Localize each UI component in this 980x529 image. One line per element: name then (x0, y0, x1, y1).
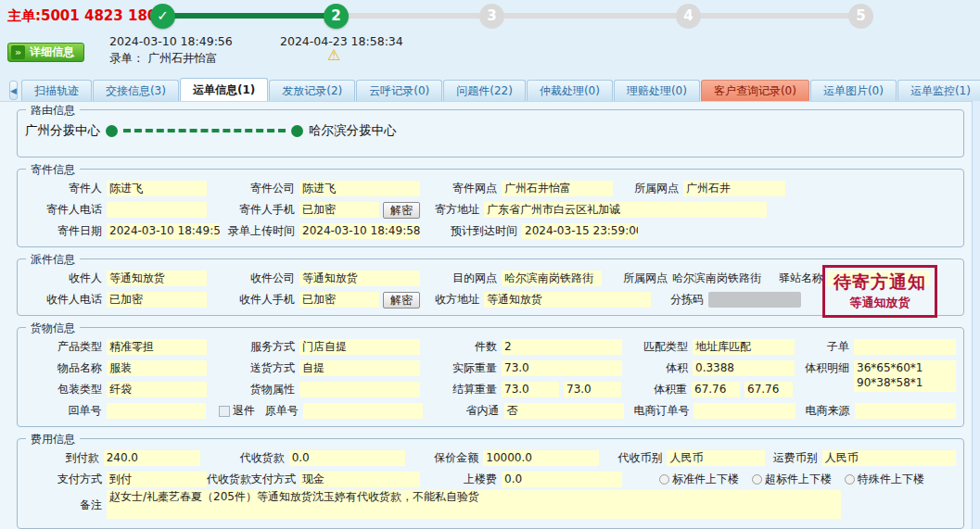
ec-source-field[interactable] (855, 403, 956, 419)
step4-circle: 4 (676, 4, 701, 29)
sender-address-label: 寄方地址 (420, 202, 484, 218)
tab-customer-query-record[interactable]: 客户查询记录(0) (701, 80, 809, 101)
collect-currency-label: 代收币别 (599, 450, 667, 466)
tab-handover-info[interactable]: 交接信息(3) (93, 80, 179, 101)
receipt-no-field[interactable] (107, 403, 206, 419)
tab-claims[interactable]: 理赔处理(0) (614, 80, 700, 101)
tab-waybill-info[interactable]: 运单信息(1) (180, 78, 268, 101)
volume-detail-label: 体积明细 (795, 360, 854, 376)
ec-source-label: 电商来源 (795, 403, 855, 419)
receiver-mobile-field[interactable]: 已加密 (299, 292, 379, 308)
collect-pay-method-field[interactable]: 现金 (299, 472, 420, 487)
remark-field[interactable]: 赵女士/礼橐艺春夏（205件）等通知放货沈玉婷有代收货款，不能私自验货 (107, 490, 841, 519)
warning-icon[interactable]: ⚠ (327, 46, 340, 64)
section-sender-info: 寄件信息 寄件人 陈进飞 寄件公司 陈进飞 寄件网点 广州石井怡富 所属网点 广… (17, 169, 964, 247)
collect-field[interactable]: 0.0 (289, 450, 405, 466)
stamp-line1: 待寄方通知 (834, 271, 926, 295)
tabs-scroll-left-icon[interactable]: ◀ (9, 81, 18, 100)
pay-method-field[interactable]: 到付 (107, 472, 207, 487)
insured-field[interactable]: 10000.0 (483, 450, 599, 466)
original-no-field[interactable] (303, 403, 423, 419)
sub-order-label: 子单 (795, 339, 854, 355)
tab-waybill-images[interactable]: 运单图片(0) (810, 80, 897, 101)
sender-branch-label: 寄件网点 (420, 181, 502, 196)
province-pass-field[interactable]: 否 (504, 403, 624, 419)
collect-label: 代收货款 (200, 450, 289, 466)
tab-cloud-call-record[interactable]: 云呼记录(0) (356, 80, 442, 101)
tab-scan-track[interactable]: 扫描轨迹 (21, 80, 92, 101)
detail-info-button[interactable]: » 详细信息 (7, 43, 84, 62)
stepper-progress (162, 13, 336, 19)
receiver-phone-field[interactable]: 已加密 (107, 292, 207, 308)
goods-attr-field[interactable] (299, 382, 420, 397)
sender-phone-field[interactable] (107, 202, 207, 218)
delivery-mode-field[interactable]: 自提 (299, 360, 420, 376)
ec-order-field[interactable] (694, 403, 795, 419)
sort-code-redacted-field[interactable] (708, 292, 801, 308)
step3-circle: 3 (479, 4, 504, 29)
settle-weight-field-1[interactable]: 73.0 (502, 382, 559, 397)
sender-address-field[interactable]: 广东省广州市白云区礼加诚 (484, 202, 767, 218)
actual-weight-field[interactable]: 73.0 (502, 360, 622, 376)
receiver-decrypt-button[interactable]: 解密 (383, 292, 420, 309)
tab-release-record[interactable]: 发放记录(2) (269, 80, 355, 101)
send-date-field[interactable]: 2024-03-10 18:49:56 (107, 223, 220, 239)
section-sender-title: 寄件信息 (26, 162, 80, 178)
service-mode-label: 服务方式 (207, 339, 299, 355)
receiver-company-field[interactable]: 等通知放货 (299, 271, 420, 286)
station-name-label: 驿站名称 (769, 271, 828, 286)
volume-field[interactable]: 0.3388 (693, 360, 795, 376)
volume-weight-field-1[interactable]: 67.76 (692, 382, 740, 397)
sender-branch-field[interactable]: 广州石井怡富 (502, 181, 613, 196)
pieces-field[interactable]: 2 (502, 339, 622, 355)
tab-waybill-monitor[interactable]: 运单监控(1) (897, 80, 980, 101)
volume-detail-field[interactable]: 36*65*60*1 90*38*58*1 (854, 360, 956, 392)
match-type-label: 匹配类型 (622, 339, 693, 355)
collect-currency-field[interactable]: 人民币 (667, 450, 765, 466)
service-mode-field[interactable]: 门店自提 (299, 339, 420, 355)
eta-field[interactable]: 2024-03-15 23:59:00 (522, 223, 638, 239)
sender-company-field[interactable]: 陈进飞 (299, 181, 420, 196)
oversize-floor-radio[interactable] (752, 474, 762, 485)
freight-currency-field[interactable]: 人民币 (822, 450, 956, 466)
volume-weight-field-2[interactable]: 67.76 (745, 382, 793, 397)
sender-owner-branch-field[interactable]: 广州石井 (683, 181, 785, 196)
receiver-address-label: 收方地址 (420, 292, 484, 308)
sender-company-label: 寄件公司 (207, 181, 299, 196)
step1-check-icon: ✓ (150, 4, 175, 29)
package-type-label: 包装类型 (25, 382, 107, 397)
match-type-field[interactable]: 地址库匹配 (693, 339, 795, 355)
floor-fee-field[interactable]: 0.0 (502, 472, 622, 487)
volume-weight-label: 体积重 (621, 382, 692, 397)
special-floor-radio[interactable] (845, 474, 855, 485)
cod-pay-field[interactable]: 240.0 (104, 450, 200, 466)
return-checkbox[interactable] (219, 406, 230, 417)
sender-name-field[interactable]: 陈进飞 (107, 181, 207, 196)
tab-arbitration[interactable]: 仲裁处理(0) (527, 80, 613, 101)
tab-problem-item[interactable]: 问题件(22) (443, 80, 526, 101)
upload-time-field[interactable]: 2024-03-10 18:49:58 (299, 223, 420, 239)
vertical-scrollbar[interactable] (972, 101, 980, 529)
settle-weight-field-2[interactable]: 73.0 (564, 382, 621, 397)
master-waybill-number: 主单:5001 4823 1806 (7, 7, 167, 25)
pieces-label: 件数 (420, 339, 502, 355)
item-name-field[interactable]: 服装 (107, 360, 207, 376)
dest-branch-field[interactable]: 哈尔滨南岗铁路街 (502, 271, 602, 286)
standard-floor-radio[interactable] (659, 474, 669, 485)
section-goods-title: 货物信息 (26, 321, 80, 336)
route-to: 哈尔滨分拨中心 (309, 122, 397, 139)
sender-mobile-field[interactable]: 已加密 (299, 202, 379, 218)
return-checkbox-label: 退件 (233, 403, 255, 419)
receiver-name-label: 收件人 (25, 271, 107, 286)
sender-decrypt-button[interactable]: 解密 (383, 202, 420, 219)
receiver-owner-branch-value: 哈尔滨南岗铁路街 (672, 271, 769, 286)
receiver-name-field[interactable]: 等通知放货 (107, 271, 207, 286)
package-type-field[interactable]: 纤袋 (107, 382, 207, 397)
receiver-address-field[interactable]: 等通知放货 (484, 292, 651, 308)
product-type-field[interactable]: 精准零担 (107, 339, 207, 355)
double-chevron-icon: » (11, 45, 25, 59)
section-route-info: 路由信息 广州分拨中心 哈尔滨分拨中心 (17, 109, 964, 157)
receipt-no-label: 回单号 (25, 403, 107, 419)
sub-order-field[interactable] (854, 339, 956, 355)
freight-currency-label: 运费币别 (765, 450, 822, 466)
